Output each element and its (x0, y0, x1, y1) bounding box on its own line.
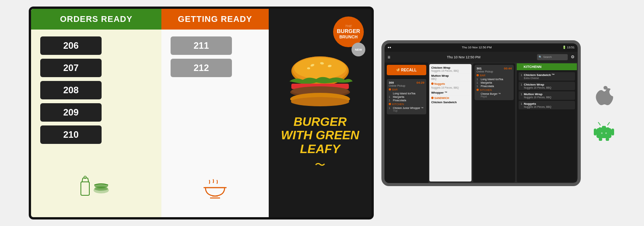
station-bar-label: BAR (389, 88, 424, 91)
orders-ready-header: ORDERS READY (31, 9, 161, 30)
order-300-number: 300 (389, 81, 394, 84)
item-pinacolada-301: 1 Pinacolada (476, 84, 512, 88)
kitchen-header: KITCHENN (517, 63, 577, 70)
order-301-timer: 00:44 (504, 67, 512, 70)
col-item-mutton-wrap: Mutton Wrap BBQ (431, 73, 470, 81)
apple-app-store-icon[interactable] (594, 84, 613, 107)
promo-text: BURGERWITH GREENLEAFY (281, 115, 359, 156)
svg-line-2 (88, 178, 89, 182)
orders-ready-panel: ORDERS READY 206 207 208 209 210 (31, 9, 161, 217)
order-300-ticket[interactable]: 300 04:29 Online Pickup BAR Long Island … (387, 79, 426, 114)
order-badge-206: 206 (40, 36, 102, 55)
search-placeholder: Search (543, 56, 552, 58)
item-cheese-burger-301: Cheese Burger ™Pepsi (476, 92, 512, 98)
cooking-icon (171, 176, 260, 210)
svg-point-25 (600, 126, 602, 128)
svg-rect-24 (596, 128, 611, 138)
kitchen-item-chicken-wrap: 1 Chicken Wrap Nuggets 16 Pieces, BBQ (519, 82, 575, 90)
svg-rect-32 (606, 137, 609, 141)
getting-ready-header: GETTING READY (161, 9, 269, 30)
recall-sidebar: ↺ RECALL 300 04:29 Online Pickup BAR Lon… (384, 63, 429, 183)
svg-rect-29 (594, 129, 596, 135)
status-left: ●● (388, 46, 391, 49)
station-kitchen-301: KITCHEN (476, 89, 512, 91)
svg-rect-31 (599, 137, 602, 141)
search-input[interactable]: 🔍 Search (537, 54, 568, 60)
order-badge-209: 209 (40, 103, 102, 122)
order-column-1: Chicken Wrap Nuggets 16 Pieces, BBQ Mutt… (429, 64, 472, 181)
order-301-number: 301 (476, 67, 481, 70)
tablet-topbar: ≡ Thu 10 Nov 12:50 PM 🔍 Search ⚙ (384, 52, 578, 63)
getting-ready-badge-211: 211 (171, 36, 232, 55)
burger-illustration (282, 54, 358, 115)
svg-rect-0 (81, 182, 89, 195)
kitchen-label: KITCHENN (524, 65, 542, 69)
recall-button[interactable]: ↺ RECALL (387, 65, 426, 75)
getting-ready-badge-212: 212 (171, 59, 232, 77)
order-301-type: Online Pickup (476, 70, 512, 73)
svg-point-23 (291, 97, 349, 106)
settings-icon[interactable]: ⚙ (571, 54, 575, 59)
order-badge-210: 210 (40, 125, 102, 144)
station-kitchen-label: KITCHEN (389, 103, 424, 106)
order-badge-208: 208 (40, 81, 102, 99)
android-icon[interactable] (592, 119, 615, 142)
order-col-1-body: Chicken Wrap Nuggets 16 Pieces, BBQ Mutt… (429, 64, 472, 181)
new-badge: NEW (352, 43, 365, 56)
order-item-long-island: Long Island IceTea (389, 92, 424, 95)
tablet-main-content: ↺ RECALL 300 04:29 Online Pickup BAR Lon… (384, 63, 578, 183)
station-bar-301: BAR (476, 74, 512, 77)
kitchen-panel: KITCHENN 1 Chicken Sandwich ™ Extra Chee… (517, 63, 577, 182)
svg-line-28 (608, 122, 610, 125)
col-item-chicken-wrap: Chicken Wrap Nuggets 16 Pieces, BBQ (431, 65, 470, 73)
col-nuggets-station: Nuggets (431, 82, 470, 85)
kitchen-item-chicken-sandwich: 1 Chicken Sandwich ™ Extra Cheese (519, 72, 575, 81)
order-item-margarita: 1 Margarita (389, 95, 424, 99)
order-badge-207: 207 (40, 59, 102, 77)
svg-point-18 (307, 68, 310, 69)
getting-ready-panel: GETTING READY 211 212 (161, 9, 269, 217)
food-ready-icon (40, 174, 152, 210)
orders-ready-content: 206 207 208 209 210 (31, 30, 161, 217)
promo-smile: 〜 (315, 158, 325, 172)
order-item-whopper: 1 Chicken Junior Whopper ™7Up (389, 106, 424, 112)
svg-point-14 (294, 58, 346, 79)
order-item-pinacolada: 1 Pinacolada (389, 99, 424, 102)
order-301-ticket[interactable]: 301 00:44 Online Pickup BAR 1 Long Islan… (475, 65, 514, 100)
kiosk-display: ORDERS READY 206 207 208 209 210 (29, 7, 374, 219)
svg-point-33 (601, 132, 603, 134)
kitchen-items: 1 Chicken Sandwich ™ Extra Cheese 1 Chic… (517, 70, 577, 111)
svg-line-27 (598, 122, 600, 125)
order-300-timer: 04:29 (417, 81, 424, 84)
col-item-whopper-tm: Whopper ™ (431, 90, 470, 96)
col-item-chicken-sandwich: Chicken Sandwich (431, 100, 470, 105)
col-item-nuggets: Nuggets 16 Pieces, BBQ (431, 86, 470, 90)
menu-icon[interactable]: ≡ (388, 54, 390, 60)
order-300-type: Online Pickup (389, 84, 424, 87)
status-center: Thu 10 Nov 12:50 PM (462, 46, 492, 49)
topbar-title: Thu 10 Nov 12:50 PM (393, 55, 534, 59)
svg-point-26 (606, 126, 608, 128)
promo-panel: THE BURGER BRUNCH NEW (269, 9, 371, 217)
app-icons (592, 84, 615, 142)
kitchen-item-nuggets: 1 Nuggets Nuggets 16 Pieces, BBQ (519, 101, 575, 109)
tablet-statusbar: ●● Thu 10 Nov 12:50 PM 🔋 13:51 (384, 43, 578, 52)
getting-ready-content: 211 212 (161, 30, 269, 217)
item-margarita-301: 1 Margarita (476, 81, 512, 84)
tablet-device: ●● Thu 10 Nov 12:50 PM 🔋 13:51 ≡ Thu 10 … (381, 40, 581, 186)
item-long-island-301: 1 Long Island IceTea (476, 78, 512, 81)
kitchen-item-mutton-wrap: 1 Mutton Wrap Nuggets 16 Pieces, BBQ (519, 91, 575, 100)
svg-rect-30 (611, 129, 614, 135)
col-sandwich-station: SANDWICH (431, 97, 470, 99)
order-301-column: 301 00:44 Online Pickup BAR 1 Long Islan… (473, 63, 515, 182)
status-right: 🔋 13:51 (562, 46, 575, 49)
svg-line-1 (82, 178, 83, 182)
svg-point-34 (605, 132, 607, 134)
